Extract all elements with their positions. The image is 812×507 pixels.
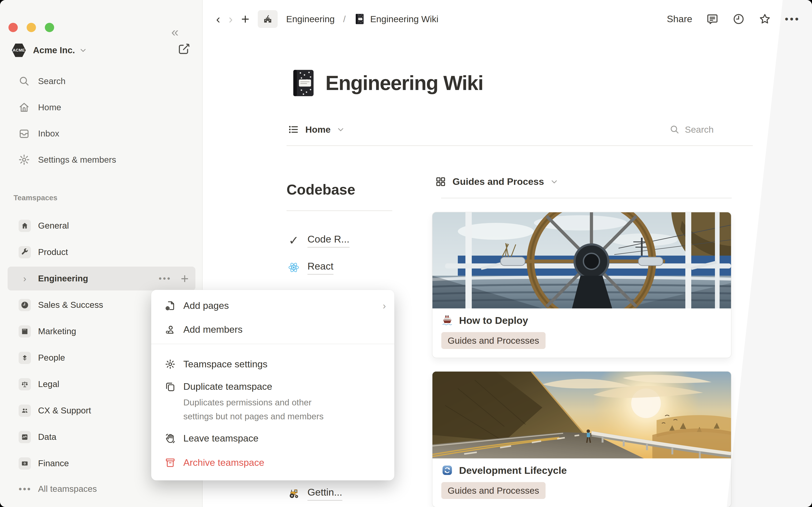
sidebar-item-home[interactable]: Home [0,94,202,120]
card-tag: Guides and Processes [441,332,546,349]
sidebar-item-search[interactable]: Search [0,68,202,94]
wrench-icon [18,246,31,258]
card-title: Development Lifecycle [459,464,567,476]
page-link-code-review[interactable]: ✓ Code R... [288,231,350,249]
teamspace-general[interactable]: General [0,213,202,239]
flower-icon [18,352,31,364]
banknote-icon [18,457,31,469]
sidebar-item-label: Home [38,103,61,112]
card-tag: Guides and Processes [441,482,546,499]
close-window-button[interactable] [8,23,18,32]
gallery-divider [441,198,732,199]
codebase-divider [287,210,392,211]
page-link-react[interactable]: React [288,259,334,276]
collapse-sidebar-icon[interactable]: « [171,25,179,39]
home-icon [18,101,30,113]
teamspace-building-icon[interactable] [258,10,277,28]
chevron-down-icon [337,126,345,133]
teamspace-context-menu: Add pages › Add members Teamspace settin… [151,290,394,481]
sidebar-item-settings[interactable]: Settings & members [0,147,202,173]
menu-item-archive-teamspace[interactable]: Archive teamspace [160,453,386,472]
notebook-icon [291,69,316,97]
comments-icon[interactable] [706,13,718,25]
menu-item-leave-teamspace[interactable]: Leave teamspace [160,429,386,448]
submenu-chevron-icon: › [383,296,386,316]
window-controls [8,23,54,32]
menu-item-add-pages[interactable]: Add pages [160,296,386,316]
topbar: ‹ › + Engineering / Engineering Wiki Sha… [203,0,812,38]
sidebar-item-label: Settings & members [38,155,116,165]
chevron-down-icon [550,178,558,185]
search-icon [669,124,680,135]
list-view-icon [288,124,299,135]
inbox-icon [18,128,30,139]
sidebar-item-label: Inbox [38,129,59,138]
menu-item-teamspace-settings[interactable]: Teamspace settings [160,354,386,374]
people-icon [18,404,31,417]
scales-icon [18,378,31,390]
gear-icon [165,359,176,370]
workspace-logo: ACME [12,43,26,57]
teamspaces-section-label: Teamspaces [13,193,57,202]
menu-divider [151,344,394,344]
notebook-icon [354,13,365,24]
tab-divider [287,145,753,146]
breadcrumb-teamspace[interactable]: Engineering [286,14,335,24]
page-link-getting-started[interactable]: Gettin... [288,485,342,502]
breadcrumb-separator: / [343,14,346,24]
view-tab-home[interactable]: Home [288,118,345,141]
teamspace-engineering[interactable]: › Engineering ••• + [0,265,202,292]
teamspace-product[interactable]: Product [0,239,202,265]
gallery-card-development-lifecycle[interactable]: Development Lifecycle Guides and Process… [432,371,731,507]
refresh-emoji [441,464,453,476]
chevron-down-icon [80,47,87,54]
workspace-name: Acme Inc. [33,45,75,55]
sidebar-nav: Search Home Inbox Settings & members [0,68,202,173]
clock-icon [18,299,31,311]
view-search[interactable]: Search [669,118,714,141]
chart-icon [18,431,31,443]
waving-hand-icon [165,433,176,444]
add-page-icon[interactable]: + [241,12,250,26]
forward-icon[interactable]: › [229,13,233,25]
react-atom-icon [288,261,300,274]
gallery-grid-icon [435,176,446,187]
duplicate-icon [165,381,176,392]
teamspace-more-icon[interactable]: ••• [159,274,171,283]
checkmark-icon: ✓ [288,234,300,246]
house-icon [18,220,31,232]
gear-icon [18,154,30,166]
search-icon [18,75,30,87]
ellipsis-icon: ••• [18,484,31,494]
minimize-window-button[interactable] [27,23,36,32]
breadcrumb-page[interactable]: Engineering Wiki [354,13,439,24]
expand-chevron-icon[interactable]: › [18,273,31,285]
mountain-road-photo [433,372,731,458]
card-title: How to Deploy [459,315,528,326]
gallery-card-how-to-deploy[interactable]: How to Deploy Guides and Processes [432,212,731,358]
codebase-heading[interactable]: Codebase [287,181,355,198]
new-page-icon[interactable] [177,42,190,55]
page-title[interactable]: Engineering Wiki [325,71,483,95]
back-icon[interactable]: ‹ [216,13,220,25]
duplicate-description: Duplicates permissions and other setting… [183,395,332,424]
workspace-switcher[interactable]: ACME Acme Inc. [12,39,87,61]
menu-item-add-members[interactable]: Add members [160,320,386,339]
gallery-section-header[interactable]: Guides and Process [435,173,558,190]
notion-window: « ACME Acme Inc. Search Home Inbox Setti… [0,0,812,507]
sidebar-item-label: Search [38,76,65,86]
add-page-icon [165,300,176,311]
page-header: Engineering Wiki [291,69,483,97]
zoom-window-button[interactable] [45,23,54,32]
tractor-icon [288,487,300,500]
sidebar-item-inbox[interactable]: Inbox [0,120,202,147]
add-member-icon [165,324,176,335]
ship-wheel-photo [433,212,731,308]
teamspace-row-actions: ••• + [159,274,189,283]
favorite-star-icon[interactable] [759,13,771,25]
page-more-icon[interactable]: ••• [785,13,800,25]
share-button[interactable]: Share [667,13,692,24]
menu-item-duplicate-teamspace[interactable]: Duplicate teamspace [160,377,386,397]
window-icon [18,325,31,338]
updates-clock-icon[interactable] [732,13,745,25]
